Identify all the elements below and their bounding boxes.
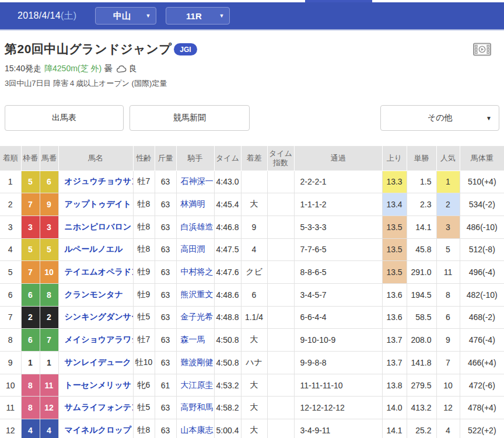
jockey-link[interactable]: 林満明: [181, 199, 205, 208]
column-header-time-index: タイム指数: [267, 146, 294, 171]
horse-number-cell: 5: [40, 238, 58, 261]
jockey-link[interactable]: 大江原圭: [181, 380, 214, 390]
horse-number-cell: 6: [40, 171, 58, 193]
popularity-cell: 10: [436, 374, 460, 397]
jockey-link[interactable]: 白浜雄造: [181, 222, 214, 231]
popularity-cell: 7: [436, 352, 460, 374]
time-index-cell: [267, 397, 294, 419]
table-row: 3 3 3 ニホンピロバロン 牡8 63 白浜雄造 4:46.8 9 5-3-3…: [0, 215, 504, 238]
jockey-link[interactable]: 熊沢重文: [181, 290, 214, 299]
horse-name-link[interactable]: メイショウアラワシ: [65, 335, 134, 344]
popularity-cell: 1: [436, 171, 460, 193]
jockey-link[interactable]: 中村将之: [181, 267, 214, 276]
horse-name-cell: テイエムオペラドン: [58, 261, 133, 284]
horse-name-link[interactable]: シンキングダンサー: [65, 312, 134, 321]
win-odds-cell: 279.5: [407, 374, 436, 397]
jockey-link[interactable]: 高田潤: [181, 244, 205, 253]
jockey-link[interactable]: 山本康志: [181, 425, 214, 434]
table-row: 1 5 6 オジュウチョウサン 牡7 63 石神深一 4:43.0 2-2-2-…: [0, 171, 504, 193]
last3f-cell: 14.1: [382, 419, 407, 438]
chevron-down-icon: ▼: [146, 13, 151, 19]
bracket-number-cell: 3: [21, 215, 40, 238]
jockey-cell: 難波剛健: [176, 352, 214, 374]
carried-weight-cell: 63: [155, 261, 176, 284]
jockey-cell: 中村将之: [176, 261, 214, 284]
margin-cell: [241, 171, 267, 193]
title-row: 第20回中山グランドジャンプ JGI: [5, 41, 499, 57]
jockey-link[interactable]: 金子光希: [181, 312, 214, 321]
horse-name-link[interactable]: トーセンメリッサ: [65, 380, 131, 390]
column-header-time: タイム: [214, 146, 241, 171]
cloud-icon: [116, 65, 127, 74]
time-cell: 4:48.8: [214, 306, 241, 329]
time-index-cell: [267, 374, 294, 397]
carried-weight-cell: 63: [155, 238, 176, 261]
race-conditions-line: 15:40発走 障4250m(芝 外) 曇 良: [5, 64, 499, 74]
jockey-link[interactable]: 石神深一: [181, 176, 214, 186]
jockey-link[interactable]: 難波剛健: [181, 357, 214, 367]
horse-name-link[interactable]: サムライフォンテン: [65, 402, 134, 412]
horse-name-link[interactable]: サンレイデューク: [65, 357, 131, 367]
horse-number-cell: 8: [40, 283, 58, 306]
carried-weight-cell: 63: [155, 397, 176, 419]
table-row: 4 5 5 ルペールノエル 牡8 63 高田潤 4:47.5 4 7-7-6-5…: [0, 238, 504, 261]
jockey-cell: 森一馬: [176, 329, 214, 352]
passing-order-cell: 2-2-2-1: [294, 171, 382, 193]
last3f-cell: 13.5: [382, 215, 407, 238]
meeting-info: 3回中山7日目 障害４歳以上オープン (国際)定量: [5, 78, 499, 89]
time-index-cell: [267, 306, 294, 329]
sex-age-cell: 牡9: [133, 283, 155, 306]
column-header-weight: 斤量: [155, 146, 176, 171]
jockey-cell: 白浜雄造: [176, 215, 214, 238]
track-condition: 良: [129, 64, 137, 74]
horse-weight-cell: 522(+2): [460, 419, 504, 438]
horse-name-link[interactable]: クランモンタナ: [65, 290, 123, 299]
win-odds-cell: 58.5: [407, 306, 436, 329]
horse-name-link[interactable]: ルペールノエル: [65, 244, 123, 253]
entry-table-button[interactable]: 出馬表: [5, 105, 124, 131]
sex-age-cell: 牝6: [133, 374, 155, 397]
racing-newspaper-button[interactable]: 競馬新聞: [130, 105, 250, 131]
last3f-cell: 13.6: [382, 306, 407, 329]
horse-name-link[interactable]: ニホンピロバロン: [65, 222, 132, 231]
passing-order-cell: 3-4-5-7: [294, 283, 382, 306]
sex-age-cell: 牡8: [133, 419, 155, 438]
horse-name-link[interactable]: アップトゥデイト: [65, 199, 132, 208]
other-menu-dropdown[interactable]: その他 ▼: [380, 105, 499, 131]
venue-select[interactable]: 中山 ▼: [95, 7, 156, 25]
passing-order-cell: 3-4-9-11: [294, 419, 382, 438]
horse-name-link[interactable]: テイエムオペラドン: [65, 267, 134, 276]
win-odds-cell: 208.0: [407, 329, 436, 352]
jockey-cell: 高野和馬: [176, 397, 214, 419]
time-index-cell: [267, 215, 294, 238]
passing-order-cell: 1-1-1-2: [294, 193, 382, 216]
popularity-cell: 8: [436, 283, 460, 306]
popularity-cell: 4: [436, 419, 460, 438]
jockey-link[interactable]: 森一馬: [181, 335, 205, 344]
horse-name-link[interactable]: マイネルクロップ: [65, 425, 132, 434]
horse-name-link[interactable]: オジュウチョウサン: [65, 176, 134, 186]
carried-weight-cell: 63: [155, 419, 176, 438]
popularity-cell: 3: [436, 215, 460, 238]
horse-weight-cell: 468(-2): [460, 306, 504, 329]
column-header-last3f: 上り: [382, 146, 407, 171]
popularity-cell: 12: [436, 397, 460, 419]
horse-weight-cell: 534(-2): [460, 193, 504, 216]
race-results-table: 着順 枠番 馬番 馬名 性齢 斤量 騎手 タイム 着差 タイム指数 通過 上り …: [0, 146, 504, 438]
passing-order-cell: 8-8-6-5: [294, 261, 382, 284]
table-row: 10 8 11 トーセンメリッサ 牝6 61 大江原圭 4:53.2 大 11-…: [0, 374, 504, 397]
win-odds-cell: 194.5: [407, 283, 436, 306]
win-odds-cell: 1.5: [407, 171, 436, 193]
horse-number-cell: 1: [40, 352, 58, 374]
race-number-select[interactable]: 11R ▼: [166, 7, 230, 25]
table-header-row: 着順 枠番 馬番 馬名 性齢 斤量 騎手 タイム 着差 タイム指数 通過 上り …: [0, 146, 504, 171]
horse-name-cell: ニホンピロバロン: [58, 215, 133, 238]
page-title: 第20回中山グランドジャンプ: [5, 41, 172, 57]
jockey-link[interactable]: 高野和馬: [181, 402, 214, 412]
column-header-passing: 通過: [294, 146, 382, 171]
carried-weight-cell: 61: [155, 374, 176, 397]
race-video-icon[interactable]: [473, 43, 491, 56]
margin-cell: クビ: [241, 261, 267, 284]
table-row: 2 7 9 アップトゥデイト 牡8 63 林満明 4:45.4 大 1-1-1-…: [0, 193, 504, 216]
sex-age-cell: 牡5: [133, 397, 155, 419]
